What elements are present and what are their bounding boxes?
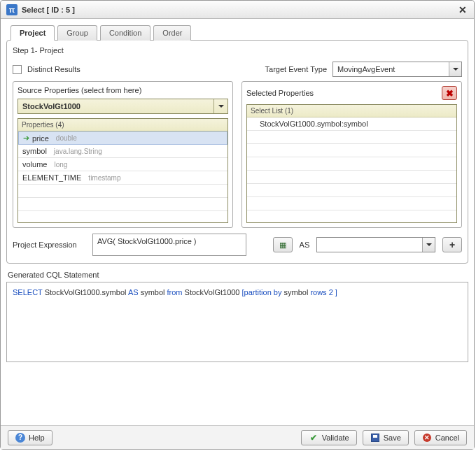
- table-icon: ▦: [279, 241, 286, 250]
- empty-row: [18, 198, 227, 211]
- save-button[interactable]: Save: [363, 430, 409, 445]
- empty-row: [247, 131, 456, 144]
- add-expression-button[interactable]: +: [442, 237, 462, 252]
- expression-row: Project Expression AVG( StockVolGt1000.p…: [13, 234, 462, 256]
- tab-condition[interactable]: Condition: [100, 25, 150, 41]
- empty-row: [18, 211, 227, 222]
- target-event-type-value: MovingAvgEvent: [337, 65, 395, 73]
- x-icon: ✖: [446, 88, 454, 99]
- empty-row: [247, 197, 456, 210]
- tab-group[interactable]: Group: [57, 25, 97, 41]
- arrow-right-icon: ➔: [23, 134, 29, 143]
- dialog-footer: ? Help ✔ Validate Save ✕ Cancel: [1, 425, 474, 449]
- help-icon: ?: [15, 433, 25, 443]
- source-panel-title: Source Properties (select from here): [18, 86, 141, 94]
- empty-row: [247, 171, 456, 184]
- dialog-body: Project Group Condition Order Step 1- Pr…: [1, 19, 474, 425]
- save-label: Save: [384, 434, 401, 442]
- empty-row: [247, 210, 456, 222]
- step-label: Step 1- Project: [13, 46, 462, 55]
- property-name: volume: [22, 160, 47, 169]
- property-row[interactable]: volume long: [18, 158, 227, 171]
- select-dialog: π Select [ ID : 5 ] ✕ Project Group Cond…: [0, 0, 475, 450]
- property-name: symbol: [22, 147, 47, 155]
- distinct-target-row: Distinct Results Target Event Type Movin…: [13, 62, 462, 77]
- target-event-type-label: Target Event Type: [265, 65, 327, 73]
- project-expression-value: AVG( StockVolGt1000.price ): [97, 237, 197, 245]
- validate-label: Validate: [322, 434, 349, 442]
- generated-cql-label: Generated CQL Statement: [8, 271, 468, 279]
- property-type: java.lang.String: [54, 148, 102, 155]
- selected-list-header: Select List (1): [247, 105, 456, 117]
- distinct-label: Distinct Results: [27, 65, 80, 73]
- property-type: timestamp: [88, 174, 120, 182]
- help-button[interactable]: ? Help: [8, 430, 52, 445]
- properties-panels: Source Properties (select from here) Sto…: [13, 81, 462, 228]
- project-expression-label: Project Expression: [13, 241, 85, 249]
- empty-row: [247, 144, 456, 157]
- property-row[interactable]: symbol java.lang.String: [18, 145, 227, 158]
- delete-button[interactable]: ✖: [442, 86, 457, 100]
- chevron-down-icon: [214, 99, 227, 113]
- tab-bar: Project Group Condition Order: [6, 25, 468, 41]
- chevron-down-icon: [422, 238, 435, 252]
- chevron-down-icon: [449, 62, 461, 76]
- cancel-button[interactable]: ✕ Cancel: [414, 430, 467, 445]
- check-icon: ✔: [309, 433, 318, 443]
- generated-cql-text: SELECT StockVolGt1000.symbol AS symbol f…: [13, 288, 337, 296]
- generated-cql-box: SELECT StockVolGt1000.symbol AS symbol f…: [6, 282, 468, 362]
- source-properties-panel: Source Properties (select from here) Sto…: [13, 81, 233, 228]
- project-expression-input[interactable]: AVG( StockVolGt1000.price ): [92, 234, 246, 256]
- selected-panel-title: Selected Properties: [246, 89, 314, 97]
- dialog-titlebar[interactable]: π Select [ ID : 5 ] ✕: [1, 1, 474, 19]
- property-row[interactable]: ELEMENT_TIME timestamp: [18, 171, 227, 185]
- cancel-icon: ✕: [423, 434, 431, 442]
- empty-row: [247, 184, 456, 197]
- function-builder-button[interactable]: ▦: [273, 237, 293, 252]
- source-select-value: StockVolGt1000: [22, 102, 80, 110]
- cancel-label: Cancel: [435, 434, 459, 442]
- selected-row-label: StockVolGt1000.symbol:symbol: [260, 120, 368, 128]
- project-panel: Step 1- Project Distinct Results Target …: [6, 40, 468, 264]
- validate-button[interactable]: ✔ Validate: [301, 430, 357, 445]
- pi-icon: π: [6, 4, 18, 15]
- selected-properties-panel: Selected Properties ✖ Select List (1) St…: [241, 81, 462, 228]
- source-select[interactable]: StockVolGt1000: [18, 99, 228, 114]
- dialog-title: Select [ ID : 5 ]: [22, 6, 457, 14]
- property-name: price: [32, 134, 49, 143]
- distinct-checkbox[interactable]: [13, 65, 22, 74]
- selected-row[interactable]: StockVolGt1000.symbol:symbol: [247, 117, 456, 131]
- as-label: AS: [300, 241, 310, 249]
- target-event-type-select[interactable]: MovingAvgEvent: [332, 62, 462, 77]
- property-type: long: [54, 161, 67, 169]
- property-row[interactable]: ➔ price double: [18, 131, 227, 145]
- tab-order[interactable]: Order: [153, 25, 191, 41]
- help-label: Help: [29, 434, 45, 442]
- source-list-header: Properties (4): [18, 119, 227, 131]
- source-properties-list: Properties (4) ➔ price double symbol jav…: [18, 118, 228, 223]
- save-icon: [371, 434, 379, 442]
- property-name: ELEMENT_TIME: [22, 173, 81, 182]
- as-alias-select[interactable]: [316, 237, 435, 252]
- property-type: double: [56, 134, 77, 142]
- empty-row: [247, 157, 456, 171]
- empty-row: [18, 185, 227, 198]
- selected-properties-list: Select List (1) StockVolGt1000.symbol:sy…: [246, 104, 457, 223]
- close-icon[interactable]: ✕: [457, 4, 468, 15]
- tab-project[interactable]: Project: [10, 25, 55, 41]
